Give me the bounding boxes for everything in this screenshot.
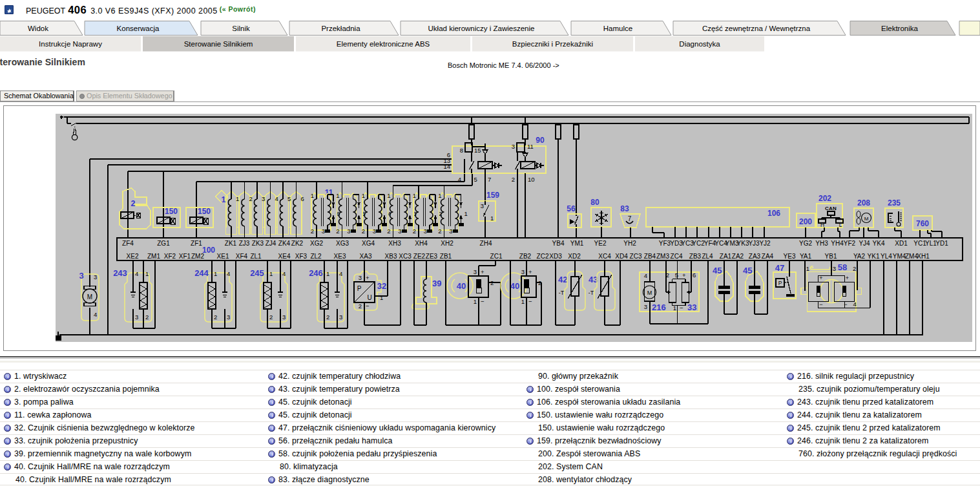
svg-text:XF2: XF2 bbox=[164, 253, 176, 260]
svg-text:XF3: XF3 bbox=[295, 253, 308, 260]
svg-text:YK1: YK1 bbox=[868, 253, 880, 260]
svg-text:7: 7 bbox=[488, 176, 491, 183]
svg-text:+: + bbox=[682, 271, 686, 279]
svg-text:150: 150 bbox=[165, 207, 178, 216]
svg-text:3: 3 bbox=[135, 313, 138, 321]
svg-text:2: 2 bbox=[131, 199, 136, 208]
svg-text:XE2: XE2 bbox=[127, 253, 139, 260]
svg-text:XH3: XH3 bbox=[388, 240, 401, 247]
svg-text:8: 8 bbox=[460, 147, 463, 154]
svg-text:1: 1 bbox=[438, 192, 441, 199]
svg-text:YB4: YB4 bbox=[552, 240, 565, 247]
svg-text:6: 6 bbox=[693, 271, 696, 279]
svg-text:4: 4 bbox=[282, 270, 286, 277]
svg-text:4: 4 bbox=[458, 176, 461, 183]
svg-text:Sterowanie Silnikiem: Sterowanie Silnikiem bbox=[184, 40, 253, 48]
svg-text:Bzpieczniki i Przekaźniki: Bzpieczniki i Przekaźniki bbox=[512, 40, 593, 48]
svg-text:15: 15 bbox=[474, 147, 481, 154]
svg-text:Konserwacja: Konserwacja bbox=[117, 25, 160, 32]
svg-text:2: 2 bbox=[362, 228, 365, 235]
svg-text:2: 2 bbox=[145, 313, 149, 321]
svg-text:−: − bbox=[481, 298, 485, 305]
svg-text:s: s bbox=[811, 264, 814, 270]
svg-text:YA1: YA1 bbox=[800, 253, 812, 260]
svg-text:ZK3: ZK3 bbox=[252, 240, 264, 247]
svg-text:40: 40 bbox=[457, 281, 466, 291]
svg-text:2: 2 bbox=[214, 313, 217, 321]
svg-text:3: 3 bbox=[339, 313, 342, 321]
svg-text:1: 1 bbox=[269, 270, 273, 277]
svg-text:150: 150 bbox=[198, 207, 211, 216]
svg-text:ZA1: ZA1 bbox=[720, 253, 732, 260]
svg-text:YK4: YK4 bbox=[873, 240, 885, 247]
svg-text:3: 3 bbox=[481, 202, 484, 209]
svg-text:ZJ4: ZJ4 bbox=[266, 240, 276, 247]
svg-text:Układ kierowniczy i Zawieszeni: Układ kierowniczy i Zawieszenie bbox=[428, 25, 535, 32]
svg-text:3: 3 bbox=[282, 313, 286, 321]
svg-text:1: 1 bbox=[521, 298, 525, 305]
svg-text:+: + bbox=[366, 274, 370, 281]
svg-text:Diagnostyka: Diagnostyka bbox=[679, 40, 720, 48]
svg-text:33: 33 bbox=[687, 302, 696, 312]
svg-text:+: + bbox=[846, 275, 849, 281]
svg-text:90: 90 bbox=[536, 136, 545, 145]
svg-text:1: 1 bbox=[474, 298, 477, 305]
svg-text:-T: -T bbox=[589, 290, 594, 296]
svg-text:+: + bbox=[528, 268, 532, 275]
svg-text:YJ3: YJ3 bbox=[748, 240, 760, 247]
svg-text:YE3: YE3 bbox=[784, 253, 796, 260]
svg-text:Elektronika: Elektronika bbox=[881, 25, 918, 32]
svg-text:XE3: XE3 bbox=[334, 253, 346, 260]
svg-text:5: 5 bbox=[675, 271, 678, 279]
svg-text:P: P bbox=[357, 285, 362, 292]
svg-text:3: 3 bbox=[398, 228, 401, 235]
svg-text:ZC4: ZC4 bbox=[671, 253, 683, 260]
svg-text:3: 3 bbox=[359, 274, 362, 281]
svg-text:216: 216 bbox=[652, 302, 666, 312]
svg-text:1: 1 bbox=[222, 195, 226, 204]
svg-text:XD4: XD4 bbox=[615, 253, 628, 260]
svg-text:1: 1 bbox=[326, 270, 329, 277]
svg-text:ZF1: ZF1 bbox=[191, 240, 202, 247]
svg-text:YH2: YH2 bbox=[623, 240, 636, 247]
svg-text:3: 3 bbox=[512, 143, 515, 150]
svg-text:4: 4 bbox=[853, 301, 857, 308]
svg-text:XA3: XA3 bbox=[360, 253, 372, 260]
svg-text:1: 1 bbox=[380, 294, 383, 301]
svg-text:XE4: XE4 bbox=[278, 253, 291, 260]
svg-text:ZE3: ZE3 bbox=[426, 253, 438, 260]
svg-text:3: 3 bbox=[322, 228, 325, 235]
svg-text:32: 32 bbox=[377, 281, 386, 291]
svg-text:1: 1 bbox=[236, 195, 239, 202]
svg-text:2: 2 bbox=[413, 228, 416, 235]
svg-text:2: 2 bbox=[249, 195, 253, 202]
svg-text:H: H bbox=[820, 222, 824, 228]
svg-text:YA2: YA2 bbox=[853, 253, 866, 260]
svg-text:L: L bbox=[839, 222, 842, 228]
svg-text:2: 2 bbox=[853, 265, 856, 272]
svg-text:XH1: XH1 bbox=[917, 253, 930, 260]
svg-text:XF1: XF1 bbox=[179, 253, 191, 260]
svg-text:XD1: XD1 bbox=[895, 240, 908, 247]
svg-text:1: 1 bbox=[464, 210, 468, 217]
svg-text:5: 5 bbox=[474, 176, 477, 183]
svg-text:4: 4 bbox=[339, 270, 342, 277]
svg-text:200: 200 bbox=[799, 217, 812, 226]
svg-text:ZG1: ZG1 bbox=[157, 240, 170, 247]
svg-text:Przekładnia: Przekładnia bbox=[321, 25, 360, 32]
svg-text:ZH4: ZH4 bbox=[480, 240, 492, 247]
svg-text:XC4: XC4 bbox=[598, 253, 611, 260]
svg-text:2: 2 bbox=[438, 228, 441, 235]
svg-text:1: 1 bbox=[214, 270, 217, 277]
svg-text:XH4: XH4 bbox=[415, 240, 428, 247]
svg-text:ZA4: ZA4 bbox=[762, 253, 774, 260]
svg-text:4: 4 bbox=[94, 311, 97, 318]
svg-text:3: 3 bbox=[347, 228, 350, 235]
svg-text:2: 2 bbox=[311, 228, 314, 235]
svg-text:106: 106 bbox=[767, 209, 780, 218]
svg-text:ZM3: ZM3 bbox=[656, 253, 669, 260]
svg-text:245: 245 bbox=[250, 268, 264, 278]
svg-text:XE1: XE1 bbox=[217, 253, 229, 260]
svg-text:Hamulce: Hamulce bbox=[603, 25, 632, 32]
svg-text:40: 40 bbox=[510, 281, 519, 291]
